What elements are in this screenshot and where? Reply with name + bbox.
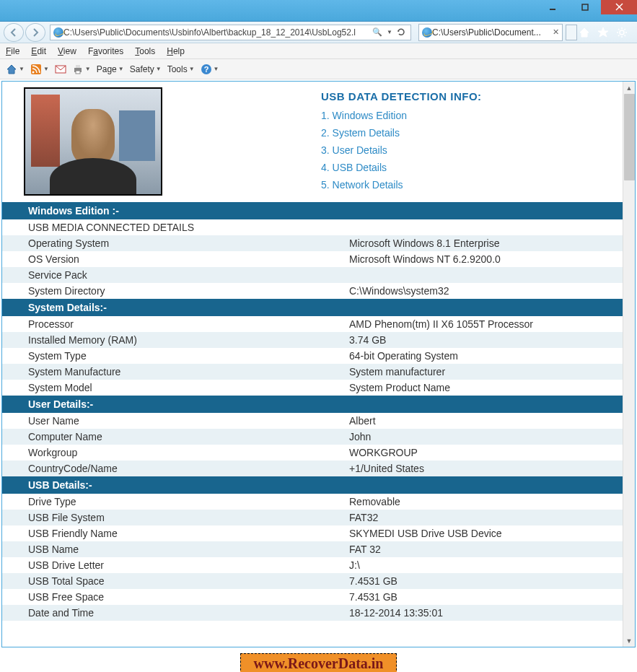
- row-key: Installed Memory (RAM): [2, 332, 343, 348]
- row-key: Operating System: [2, 235, 343, 251]
- info-table: Windows Edition :-USB MEDIA CONNECTED DE…: [2, 202, 623, 621]
- home-icon[interactable]: [579, 27, 590, 38]
- section-header: Windows Edition :-: [2, 202, 623, 219]
- table-row: Computer NameJohn: [2, 429, 623, 445]
- toc-links: USB DATA DETECTION INFO: 1. Windows Edit…: [321, 87, 482, 196]
- browser-tab[interactable]: C:\Users\Public\Document... ✕: [418, 24, 563, 41]
- toolbar-safety-label: Safety: [130, 64, 154, 74]
- table-row: Operating SystemMicrosoft Windows 8.1 En…: [2, 235, 623, 251]
- toolbar-tools[interactable]: Tools▼: [167, 64, 195, 74]
- address-dropdown-icon[interactable]: ▼: [387, 29, 392, 35]
- row-key: System Directory: [2, 283, 343, 299]
- row-value: WORKGROUP: [343, 445, 623, 461]
- menu-edit[interactable]: Edit: [31, 46, 46, 56]
- row-key: USB Drive Letter: [2, 557, 343, 573]
- svg-point-6: [32, 71, 34, 73]
- toolbar-home[interactable]: ▼: [6, 64, 25, 75]
- row-value: John: [343, 429, 623, 445]
- toc-link-network-details[interactable]: 5. Network Details: [321, 179, 482, 191]
- command-bar-icons: [579, 27, 633, 38]
- minimize-icon: [548, 3, 557, 12]
- row-value: Microsoft Windows NT 6.2.9200.0: [343, 251, 623, 267]
- row-value: FAT 32: [343, 541, 623, 557]
- new-tab-button[interactable]: [566, 25, 577, 40]
- section-header: User Details:-: [2, 396, 623, 413]
- scroll-down-button[interactable]: ▼: [623, 634, 635, 647]
- footer-badge: www.RecoverData.in: [240, 653, 397, 672]
- toolbar-page[interactable]: Page▼: [97, 64, 124, 74]
- user-photo: [24, 87, 162, 196]
- row-key: Processor: [2, 316, 343, 332]
- toolbar-read-mail[interactable]: [55, 64, 66, 75]
- table-row: User NameAlbert: [2, 413, 623, 429]
- svg-point-4: [620, 30, 624, 35]
- tab-close-button[interactable]: ✕: [553, 27, 559, 37]
- maximize-icon: [581, 4, 589, 11]
- toolbar-tools-label: Tools: [167, 64, 188, 74]
- row-value: J:\: [343, 557, 623, 573]
- row-value: AMD Phenom(tm) II X6 1055T Processor: [343, 316, 623, 332]
- settings-gear-icon[interactable]: [616, 27, 628, 38]
- close-button[interactable]: [601, 0, 637, 14]
- svg-rect-9: [76, 65, 80, 68]
- row-value: 64-bit Operating System: [343, 348, 623, 364]
- toolbar-help[interactable]: ? ▼: [201, 64, 219, 75]
- menu-view[interactable]: View: [58, 46, 76, 56]
- toolbar-print[interactable]: ▼: [72, 64, 91, 75]
- row-value: [343, 219, 623, 235]
- refresh-button[interactable]: [397, 27, 405, 38]
- refresh-icon: [397, 27, 405, 36]
- minimize-button[interactable]: [536, 0, 568, 14]
- toolbar-feeds[interactable]: ▼: [30, 64, 49, 75]
- forward-button[interactable]: [25, 23, 45, 42]
- row-key: User Name: [2, 413, 343, 429]
- print-icon: [72, 64, 84, 75]
- maximize-button[interactable]: [568, 0, 601, 14]
- back-button[interactable]: [4, 23, 24, 42]
- section-header: System Details:-: [2, 299, 623, 316]
- table-row: Service Pack: [2, 267, 623, 283]
- table-row: USB Drive LetterJ:\: [2, 557, 623, 573]
- favorites-star-icon[interactable]: [597, 27, 609, 38]
- address-bar[interactable]: C:\Users\Public\Documents\Usbinfo\Albert…: [50, 25, 411, 40]
- scroll-up-button[interactable]: ▲: [623, 82, 635, 94]
- ie-tab-icon: [422, 27, 432, 38]
- row-value: System manufacturer: [343, 364, 623, 380]
- table-row: WorkgroupWORKGROUP: [2, 445, 623, 461]
- window-titlebar: [0, 0, 637, 22]
- page-content-wrapper: USB DATA DETECTION INFO: 1. Windows Edit…: [1, 81, 636, 647]
- rss-icon: [30, 64, 42, 75]
- row-key: System Type: [2, 348, 343, 364]
- toc-link-system-details[interactable]: 2. System Details: [321, 127, 482, 139]
- table-row: Date and Time18-12-2014 13:35:01: [2, 605, 623, 621]
- toc-link-windows-edition[interactable]: 1. Windows Edition: [321, 110, 482, 121]
- address-bar-row: C:\Users\Public\Documents\Usbinfo\Albert…: [0, 22, 637, 43]
- row-key: Drive Type: [2, 494, 343, 510]
- section-header: USB Details:-: [2, 476, 623, 494]
- toc-link-usb-details[interactable]: 4. USB Details: [321, 162, 482, 173]
- row-key: System Model: [2, 380, 343, 396]
- menu-tools[interactable]: Tools: [135, 46, 155, 56]
- menu-bar: File Edit View Favorites Tools Help: [0, 43, 637, 59]
- row-key: Date and Time: [2, 605, 343, 621]
- row-value: 3.74 GB: [343, 332, 623, 348]
- table-row: USB Total Space7.4531 GB: [2, 573, 623, 589]
- menu-help[interactable]: Help: [167, 46, 185, 56]
- search-icon[interactable]: 🔍: [372, 27, 382, 37]
- table-row: System Type64-bit Operating System: [2, 348, 623, 364]
- report-header: USB DATA DETECTION INFO: 1. Windows Edit…: [2, 82, 623, 202]
- scroll-thumb[interactable]: [624, 94, 635, 180]
- back-arrow-icon: [9, 28, 18, 37]
- row-value: Microsoft Windows 8.1 Enterprise: [343, 235, 623, 251]
- menu-favorites[interactable]: Favorites: [88, 46, 123, 56]
- menu-file[interactable]: File: [6, 46, 19, 56]
- vertical-scrollbar[interactable]: ▲ ▼: [623, 82, 635, 647]
- row-key: USB Name: [2, 541, 343, 557]
- toolbar-safety[interactable]: Safety▼: [130, 64, 162, 74]
- ie-page-icon: [53, 27, 63, 38]
- table-row: Drive TypeRemovable: [2, 494, 623, 510]
- row-value: C:\Windows\system32: [343, 283, 623, 299]
- row-key: Workgroup: [2, 445, 343, 461]
- table-row: ProcessorAMD Phenom(tm) II X6 1055T Proc…: [2, 316, 623, 332]
- toc-link-user-details[interactable]: 3. User Details: [321, 144, 482, 156]
